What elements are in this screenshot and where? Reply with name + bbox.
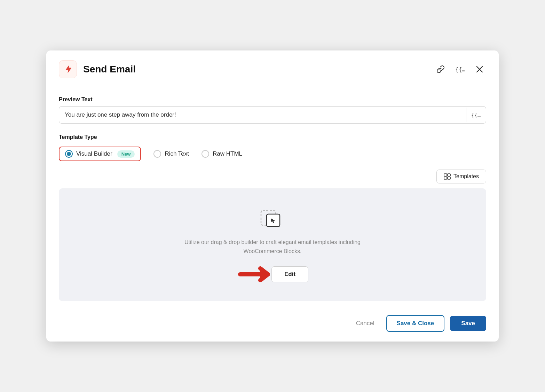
svg-rect-5 [448, 174, 450, 176]
svg-text:{{…}}: {{…}} [471, 112, 481, 118]
edit-button-label: Edit [284, 271, 295, 277]
preview-text-label: Preview Text [59, 96, 486, 103]
send-email-dialog: Send Email {{…}} [46, 50, 499, 341]
svg-rect-7 [448, 177, 450, 179]
save-close-button[interactable]: Save & Close [386, 315, 445, 332]
new-badge: New [117, 150, 135, 158]
radio-raw-label: Raw HTML [213, 150, 242, 157]
save-button[interactable]: Save [450, 316, 486, 331]
drag-drop-icon [260, 206, 285, 230]
template-type-section: Template Type Visual Builder New Rich Te… [59, 134, 486, 161]
toolbar-row: Templates [59, 170, 486, 183]
radio-visual-circle [65, 150, 73, 158]
dialog-title: Send Email [83, 64, 434, 75]
dialog-body: Preview Text {{…}} Template Type Visual … [46, 85, 499, 301]
svg-rect-6 [444, 177, 447, 179]
radio-rich-label: Rich Text [165, 150, 189, 157]
preview-text-variable-button[interactable]: {{…}} [466, 108, 486, 122]
svg-text:{{…}}: {{…}} [455, 66, 465, 73]
preview-text-section: Preview Text {{…}} [59, 96, 486, 124]
app-icon [59, 60, 77, 78]
svg-rect-4 [444, 174, 447, 176]
radio-visual-label: Visual Builder [76, 150, 112, 157]
radio-group: Visual Builder New Rich Text Raw HTML [59, 147, 486, 161]
radio-rich-circle [153, 150, 161, 158]
builder-area: Utilize our drag & drop builder to craft… [59, 188, 486, 301]
templates-label: Templates [453, 173, 479, 180]
radio-rich-text[interactable]: Rich Text [153, 150, 189, 158]
radio-visual-builder[interactable]: Visual Builder New [59, 147, 141, 161]
builder-description: Utilize our drag & drop builder to craft… [165, 238, 380, 256]
templates-button[interactable]: Templates [436, 170, 486, 183]
edit-button-row: Edit [237, 265, 308, 284]
cancel-button[interactable]: Cancel [350, 316, 381, 330]
arrow-container [237, 265, 271, 284]
dialog-header: Send Email {{…}} [46, 50, 499, 85]
close-button[interactable] [473, 63, 486, 76]
template-type-label: Template Type [59, 134, 486, 140]
preview-text-input[interactable] [59, 107, 466, 123]
dialog-footer: Cancel Save & Close Save [46, 307, 499, 342]
preview-text-input-row: {{…}} [59, 106, 486, 124]
edit-button[interactable]: Edit [271, 266, 308, 282]
header-actions: {{…}} [434, 63, 486, 76]
radio-raw-html[interactable]: Raw HTML [202, 150, 242, 158]
red-arrow-icon [237, 265, 275, 284]
variable-icon-button[interactable]: {{…}} [453, 63, 467, 76]
radio-raw-circle [202, 150, 209, 158]
link-icon-button[interactable] [434, 63, 447, 76]
